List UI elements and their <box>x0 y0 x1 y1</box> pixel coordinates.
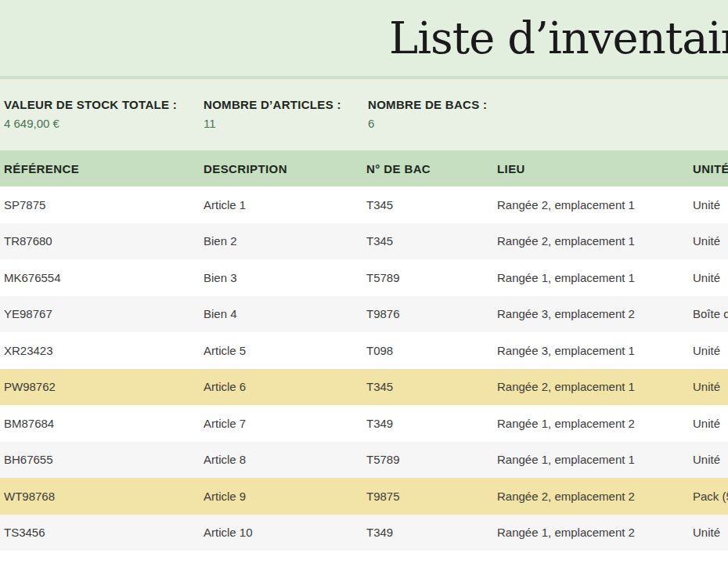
cell-location[interactable]: Rangée 3, emplacement 2 <box>497 307 693 320</box>
cell-location[interactable]: Rangée 1, emplacement 2 <box>497 526 693 539</box>
cell-description[interactable]: Article 6 <box>204 380 366 393</box>
cell-reference[interactable]: PW98762 <box>4 380 204 393</box>
column-header-unit[interactable]: UNITÉ <box>693 162 728 175</box>
table-row[interactable]: BM87684 Article 7 T349 Rangée 1, emplace… <box>0 405 728 442</box>
table-row[interactable]: SP7875 Article 1 T345 Rangée 2, emplacem… <box>0 186 728 223</box>
column-header-description[interactable]: DESCRIPTION <box>204 162 366 175</box>
cell-unit[interactable]: Boîte d <box>693 307 728 320</box>
cell-unit[interactable]: Unité <box>693 380 728 393</box>
stat-total-stock-value: VALEUR DE STOCK TOTALE : 4 649,00 € <box>4 98 177 130</box>
cell-description[interactable]: Article 9 <box>204 490 366 503</box>
title-band: Liste d’inventaire <box>0 0 728 76</box>
table-row[interactable]: BH67655 Article 8 T5789 Rangée 1, emplac… <box>0 442 728 479</box>
cell-unit[interactable]: Unité <box>693 234 728 248</box>
stat-value[interactable]: 4 649,00 € <box>4 117 177 130</box>
stat-label: VALEUR DE STOCK TOTALE : <box>4 98 177 111</box>
cell-location[interactable]: Rangée 2, emplacement 2 <box>497 490 693 503</box>
cell-bin[interactable]: T9876 <box>366 307 497 320</box>
cell-location[interactable]: Rangée 1, emplacement 1 <box>497 453 693 466</box>
column-header-location[interactable]: LIEU <box>497 162 693 175</box>
cell-unit[interactable]: Unité <box>693 198 728 212</box>
cell-description[interactable]: Bien 4 <box>204 307 366 320</box>
stat-bin-count: NOMBRE DE BACS : 6 <box>368 98 487 130</box>
inventory-table-body: SP7875 Article 1 T345 Rangée 2, emplacem… <box>0 186 728 551</box>
cell-reference[interactable]: YE98767 <box>4 307 204 320</box>
column-header-bin[interactable]: N° DE BAC <box>366 162 497 175</box>
cell-bin[interactable]: T349 <box>366 526 497 539</box>
cell-bin[interactable]: T345 <box>366 198 497 212</box>
cell-bin[interactable]: T5789 <box>366 453 497 466</box>
spreadsheet-view: Liste d’inventaire VALEUR DE STOCK TOTAL… <box>0 0 728 564</box>
cell-unit[interactable]: Pack (5 <box>693 490 728 503</box>
inventory-table: RÉFÉRENCE DESCRIPTION N° DE BAC LIEU UNI… <box>0 150 728 551</box>
table-row[interactable]: TS3456 Article 10 T349 Rangée 1, emplace… <box>0 515 728 551</box>
stat-label: NOMBRE DE BACS : <box>368 98 487 111</box>
stat-value[interactable]: 6 <box>368 117 487 130</box>
cell-reference[interactable]: BM87684 <box>4 417 204 430</box>
stats-band: VALEUR DE STOCK TOTALE : 4 649,00 € NOMB… <box>0 79 728 150</box>
cell-unit[interactable]: Unité <box>693 453 728 466</box>
cell-location[interactable]: Rangée 2, emplacement 1 <box>497 234 693 248</box>
cell-location[interactable]: Rangée 3, emplacement 1 <box>497 344 693 357</box>
cell-reference[interactable]: TS3456 <box>4 526 204 539</box>
page-title: Liste d’inventaire <box>389 0 728 76</box>
cell-reference[interactable]: MK676554 <box>4 271 204 284</box>
stat-article-count: NOMBRE D’ARTICLES : 11 <box>204 98 341 130</box>
cell-description[interactable]: Article 10 <box>204 526 366 539</box>
cell-bin[interactable]: T098 <box>366 344 497 357</box>
cell-reference[interactable]: TR87680 <box>4 234 204 248</box>
cell-location[interactable]: Rangée 2, emplacement 1 <box>497 198 693 212</box>
cell-location[interactable]: Rangée 1, emplacement 1 <box>497 271 693 284</box>
table-row[interactable]: TR87680 Bien 2 T345 Rangée 2, emplacemen… <box>0 223 728 260</box>
cell-reference[interactable]: WT98768 <box>4 490 204 503</box>
cell-reference[interactable]: SP7875 <box>4 198 204 212</box>
cell-reference[interactable]: BH67655 <box>4 453 204 466</box>
cell-unit[interactable]: Unité <box>693 271 728 284</box>
cell-bin[interactable]: T9875 <box>366 490 497 503</box>
cell-bin[interactable]: T349 <box>366 417 497 430</box>
cell-unit[interactable]: Unité <box>693 344 728 357</box>
cell-description[interactable]: Article 8 <box>204 453 366 466</box>
table-row[interactable]: PW98762 Article 6 T345 Rangée 2, emplace… <box>0 369 728 406</box>
cell-description[interactable]: Bien 2 <box>204 234 366 248</box>
cell-bin[interactable]: T345 <box>366 234 497 248</box>
cell-reference[interactable]: XR23423 <box>4 344 204 357</box>
table-row[interactable]: MK676554 Bien 3 T5789 Rangée 1, emplacem… <box>0 259 728 296</box>
cell-unit[interactable]: Unité <box>693 417 728 430</box>
cell-description[interactable]: Article 1 <box>204 198 366 212</box>
cell-description[interactable]: Article 7 <box>204 417 366 430</box>
cell-description[interactable]: Article 5 <box>204 344 366 357</box>
table-row[interactable]: WT98768 Article 9 T9875 Rangée 2, emplac… <box>0 478 728 515</box>
cell-bin[interactable]: T5789 <box>366 271 497 284</box>
cell-location[interactable]: Rangée 2, emplacement 1 <box>497 380 693 393</box>
cell-bin[interactable]: T345 <box>366 380 497 393</box>
cell-location[interactable]: Rangée 1, emplacement 2 <box>497 417 693 430</box>
table-row[interactable]: XR23423 Article 5 T098 Rangée 3, emplace… <box>0 332 728 369</box>
table-header-row: RÉFÉRENCE DESCRIPTION N° DE BAC LIEU UNI… <box>0 150 728 186</box>
cell-description[interactable]: Bien 3 <box>204 271 366 284</box>
stat-label: NOMBRE D’ARTICLES : <box>204 98 341 111</box>
table-row[interactable]: YE98767 Bien 4 T9876 Rangée 3, emplaceme… <box>0 296 728 333</box>
stat-value[interactable]: 11 <box>204 117 341 130</box>
cell-unit[interactable]: Unité <box>693 526 728 539</box>
column-header-reference[interactable]: RÉFÉRENCE <box>4 162 204 175</box>
